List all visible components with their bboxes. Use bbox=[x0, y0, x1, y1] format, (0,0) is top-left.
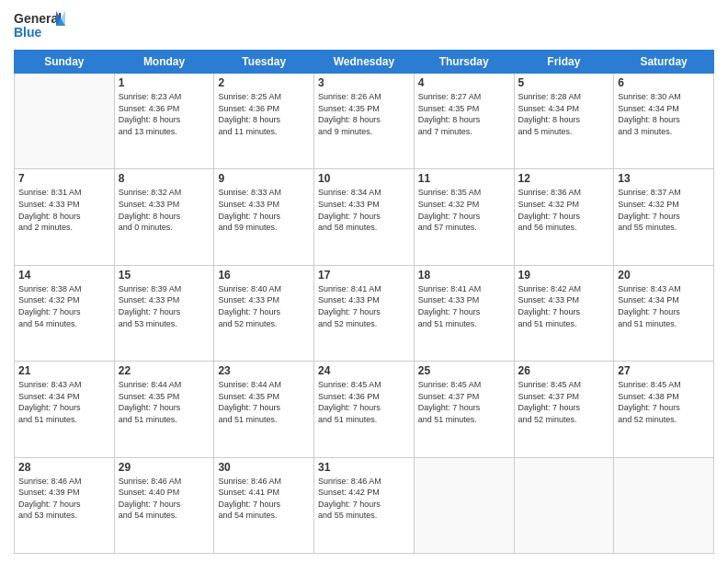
day-number: 28 bbox=[18, 461, 110, 474]
calendar-table: SundayMondayTuesdayWednesdayThursdayFrid… bbox=[14, 50, 714, 554]
day-number: 18 bbox=[418, 269, 510, 282]
day-info: Sunrise: 8:34 AM Sunset: 4:33 PM Dayligh… bbox=[318, 187, 410, 233]
calendar-cell: 1Sunrise: 8:23 AM Sunset: 4:36 PM Daylig… bbox=[114, 74, 214, 169]
day-number: 8 bbox=[119, 172, 210, 185]
day-number: 19 bbox=[518, 269, 610, 282]
calendar-cell: 9Sunrise: 8:33 AM Sunset: 4:33 PM Daylig… bbox=[214, 169, 314, 265]
day-info: Sunrise: 8:35 AM Sunset: 4:32 PM Dayligh… bbox=[418, 187, 510, 233]
calendar-week-3: 14Sunrise: 8:38 AM Sunset: 4:32 PM Dayli… bbox=[15, 265, 714, 361]
day-number: 9 bbox=[218, 172, 310, 185]
day-number: 10 bbox=[318, 172, 410, 185]
day-info: Sunrise: 8:23 AM Sunset: 4:36 PM Dayligh… bbox=[119, 91, 210, 137]
calendar-cell: 31Sunrise: 8:46 AM Sunset: 4:42 PM Dayli… bbox=[314, 457, 415, 553]
day-number: 29 bbox=[119, 461, 210, 474]
day-info: Sunrise: 8:26 AM Sunset: 4:35 PM Dayligh… bbox=[318, 91, 410, 137]
calendar-header-sunday: Sunday bbox=[15, 51, 115, 74]
calendar-cell: 19Sunrise: 8:42 AM Sunset: 4:33 PM Dayli… bbox=[514, 265, 614, 361]
day-info: Sunrise: 8:40 AM Sunset: 4:33 PM Dayligh… bbox=[218, 283, 310, 329]
day-info: Sunrise: 8:27 AM Sunset: 4:35 PM Dayligh… bbox=[418, 91, 510, 137]
calendar-cell bbox=[514, 457, 614, 553]
day-number: 2 bbox=[218, 76, 310, 89]
day-info: Sunrise: 8:46 AM Sunset: 4:40 PM Dayligh… bbox=[119, 476, 210, 522]
day-number: 13 bbox=[618, 172, 710, 185]
calendar-week-1: 1Sunrise: 8:23 AM Sunset: 4:36 PM Daylig… bbox=[15, 74, 714, 169]
calendar-cell: 22Sunrise: 8:44 AM Sunset: 4:35 PM Dayli… bbox=[114, 362, 214, 457]
calendar-cell: 27Sunrise: 8:45 AM Sunset: 4:38 PM Dayli… bbox=[614, 362, 714, 457]
day-info: Sunrise: 8:44 AM Sunset: 4:35 PM Dayligh… bbox=[218, 379, 310, 425]
day-number: 14 bbox=[18, 269, 110, 282]
day-info: Sunrise: 8:38 AM Sunset: 4:32 PM Dayligh… bbox=[18, 283, 110, 329]
calendar-header-wednesday: Wednesday bbox=[314, 51, 415, 74]
calendar-cell: 28Sunrise: 8:46 AM Sunset: 4:39 PM Dayli… bbox=[15, 457, 115, 553]
day-info: Sunrise: 8:37 AM Sunset: 4:32 PM Dayligh… bbox=[618, 187, 710, 233]
calendar-cell: 17Sunrise: 8:41 AM Sunset: 4:33 PM Dayli… bbox=[314, 265, 415, 361]
calendar-cell: 15Sunrise: 8:39 AM Sunset: 4:33 PM Dayli… bbox=[114, 265, 214, 361]
day-number: 30 bbox=[218, 461, 310, 474]
logo: GeneralBlue bbox=[14, 9, 69, 42]
day-number: 21 bbox=[18, 364, 110, 377]
day-info: Sunrise: 8:45 AM Sunset: 4:38 PM Dayligh… bbox=[618, 379, 710, 425]
day-number: 11 bbox=[418, 172, 510, 185]
day-number: 1 bbox=[119, 76, 210, 89]
calendar-cell: 24Sunrise: 8:45 AM Sunset: 4:36 PM Dayli… bbox=[314, 362, 415, 457]
calendar-cell: 29Sunrise: 8:46 AM Sunset: 4:40 PM Dayli… bbox=[114, 457, 214, 553]
logo-svg: GeneralBlue bbox=[14, 9, 69, 42]
day-info: Sunrise: 8:45 AM Sunset: 4:36 PM Dayligh… bbox=[318, 379, 410, 425]
day-info: Sunrise: 8:43 AM Sunset: 4:34 PM Dayligh… bbox=[618, 283, 710, 329]
calendar-cell: 12Sunrise: 8:36 AM Sunset: 4:32 PM Dayli… bbox=[514, 169, 614, 265]
day-number: 7 bbox=[18, 172, 110, 185]
day-info: Sunrise: 8:44 AM Sunset: 4:35 PM Dayligh… bbox=[119, 379, 210, 425]
calendar-header-monday: Monday bbox=[114, 51, 214, 74]
day-number: 4 bbox=[418, 76, 510, 89]
calendar-cell bbox=[614, 457, 714, 553]
day-info: Sunrise: 8:32 AM Sunset: 4:33 PM Dayligh… bbox=[119, 187, 210, 233]
day-number: 16 bbox=[218, 269, 310, 282]
day-info: Sunrise: 8:45 AM Sunset: 4:37 PM Dayligh… bbox=[518, 379, 610, 425]
calendar-cell: 7Sunrise: 8:31 AM Sunset: 4:33 PM Daylig… bbox=[15, 169, 115, 265]
calendar-week-4: 21Sunrise: 8:43 AM Sunset: 4:34 PM Dayli… bbox=[15, 362, 714, 457]
calendar-header-friday: Friday bbox=[514, 51, 614, 74]
day-info: Sunrise: 8:28 AM Sunset: 4:34 PM Dayligh… bbox=[518, 91, 610, 137]
calendar-header-row: SundayMondayTuesdayWednesdayThursdayFrid… bbox=[15, 51, 714, 74]
day-number: 5 bbox=[518, 76, 610, 89]
day-info: Sunrise: 8:45 AM Sunset: 4:37 PM Dayligh… bbox=[418, 379, 510, 425]
day-info: Sunrise: 8:42 AM Sunset: 4:33 PM Dayligh… bbox=[518, 283, 610, 329]
page: GeneralBlue SundayMondayTuesdayWednesday… bbox=[0, 0, 728, 563]
calendar-cell: 16Sunrise: 8:40 AM Sunset: 4:33 PM Dayli… bbox=[214, 265, 314, 361]
header: GeneralBlue bbox=[14, 9, 714, 42]
calendar-cell: 18Sunrise: 8:41 AM Sunset: 4:33 PM Dayli… bbox=[414, 265, 514, 361]
day-number: 23 bbox=[218, 364, 310, 377]
day-info: Sunrise: 8:36 AM Sunset: 4:32 PM Dayligh… bbox=[518, 187, 610, 233]
calendar-cell: 6Sunrise: 8:30 AM Sunset: 4:34 PM Daylig… bbox=[614, 74, 714, 169]
day-number: 31 bbox=[318, 461, 410, 474]
calendar-cell: 20Sunrise: 8:43 AM Sunset: 4:34 PM Dayli… bbox=[614, 265, 714, 361]
calendar-header-saturday: Saturday bbox=[614, 51, 714, 74]
day-number: 12 bbox=[518, 172, 610, 185]
calendar-cell: 8Sunrise: 8:32 AM Sunset: 4:33 PM Daylig… bbox=[114, 169, 214, 265]
calendar-cell: 3Sunrise: 8:26 AM Sunset: 4:35 PM Daylig… bbox=[314, 74, 415, 169]
day-info: Sunrise: 8:46 AM Sunset: 4:39 PM Dayligh… bbox=[18, 476, 110, 522]
day-number: 20 bbox=[618, 269, 710, 282]
day-number: 27 bbox=[618, 364, 710, 377]
day-number: 17 bbox=[318, 269, 410, 282]
day-info: Sunrise: 8:30 AM Sunset: 4:34 PM Dayligh… bbox=[618, 91, 710, 137]
calendar-header-tuesday: Tuesday bbox=[214, 51, 314, 74]
day-info: Sunrise: 8:46 AM Sunset: 4:42 PM Dayligh… bbox=[318, 476, 410, 522]
calendar-cell: 23Sunrise: 8:44 AM Sunset: 4:35 PM Dayli… bbox=[214, 362, 314, 457]
calendar-cell: 21Sunrise: 8:43 AM Sunset: 4:34 PM Dayli… bbox=[15, 362, 115, 457]
day-info: Sunrise: 8:39 AM Sunset: 4:33 PM Dayligh… bbox=[119, 283, 210, 329]
calendar-cell: 4Sunrise: 8:27 AM Sunset: 4:35 PM Daylig… bbox=[414, 74, 514, 169]
day-info: Sunrise: 8:41 AM Sunset: 4:33 PM Dayligh… bbox=[418, 283, 510, 329]
day-number: 6 bbox=[618, 76, 710, 89]
svg-text:Blue: Blue bbox=[14, 25, 42, 40]
day-info: Sunrise: 8:33 AM Sunset: 4:33 PM Dayligh… bbox=[218, 187, 310, 233]
calendar-cell: 14Sunrise: 8:38 AM Sunset: 4:32 PM Dayli… bbox=[15, 265, 115, 361]
day-number: 24 bbox=[318, 364, 410, 377]
calendar-cell: 25Sunrise: 8:45 AM Sunset: 4:37 PM Dayli… bbox=[414, 362, 514, 457]
day-number: 26 bbox=[518, 364, 610, 377]
calendar-week-5: 28Sunrise: 8:46 AM Sunset: 4:39 PM Dayli… bbox=[15, 457, 714, 553]
day-number: 15 bbox=[119, 269, 210, 282]
calendar-cell: 13Sunrise: 8:37 AM Sunset: 4:32 PM Dayli… bbox=[614, 169, 714, 265]
svg-text:General: General bbox=[14, 11, 62, 26]
calendar-week-2: 7Sunrise: 8:31 AM Sunset: 4:33 PM Daylig… bbox=[15, 169, 714, 265]
